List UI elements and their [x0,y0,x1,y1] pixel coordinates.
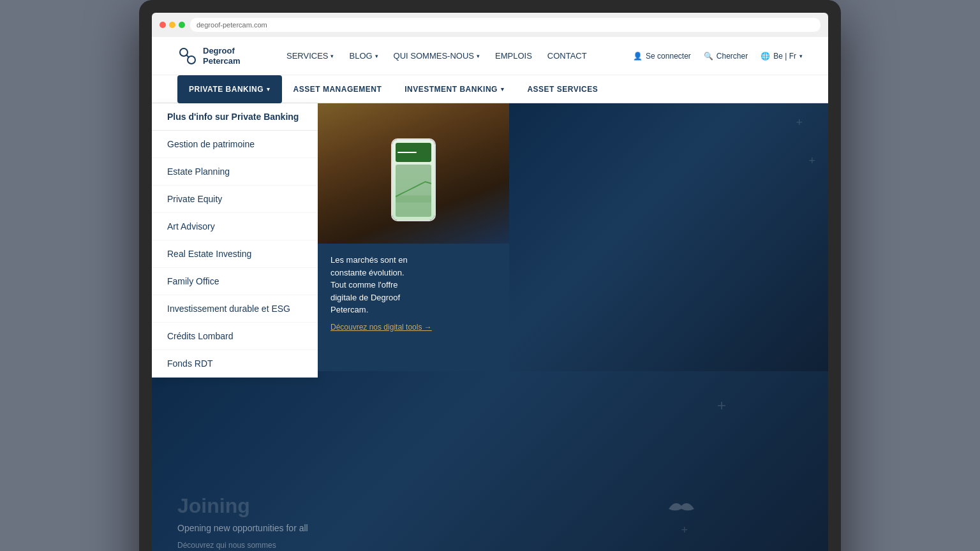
deco-plus-1: + [796,116,803,129]
nav-blog[interactable]: BLOG ▾ [349,51,378,61]
login-button[interactable]: 👤 Se connecter [633,52,691,61]
top-nav: Degroof Petercam SERVICES ▾ BLOG ▾ QUI S… [152,37,828,75]
bird-deco [662,496,701,524]
user-icon: 👤 [633,52,642,61]
logo[interactable]: Degroof Petercam [177,46,241,66]
sec-nav-investment-banking[interactable]: INVESTMENT BANKING ▾ [393,75,516,103]
svg-rect-3 [396,195,431,202]
deco-plus-2: + [808,154,815,168]
url-text: degroof-petercam.com [197,21,267,29]
nav-services[interactable]: SERVICES ▾ [286,51,334,61]
chevron-down-icon: ▾ [477,53,480,59]
dropdown-item-real-estate[interactable]: Real Estate Investing [152,240,318,268]
dropdown-item-gestion[interactable]: Gestion de patrimoine [152,131,318,158]
nav-contact[interactable]: CONTACT [547,51,587,61]
sec-nav-asset-services[interactable]: ASSET SERVICES [516,75,609,103]
phone-mockup [391,138,436,221]
logo-line2: Petercam [203,56,241,66]
deco-plus-4: + [681,524,688,537]
sec-nav-asset-management[interactable]: ASSET MANAGEMENT [282,75,394,103]
dropdown-area: Plus d'info sur Private Banking Gestion … [152,103,828,371]
dropdown-item-art-advisory[interactable]: Art Advisory [152,213,318,240]
chevron-down-icon: ▾ [267,86,271,92]
search-icon: 🔍 [704,52,713,61]
feature-panel-image [318,103,509,244]
hero-sub: Opening new opportunities for all [177,523,308,533]
nav-right: 👤 Se connecter 🔍 Chercher 🌐 Be | Fr ▾ [633,52,803,61]
site-wrapper: Degroof Petercam SERVICES ▾ BLOG ▾ QUI S… [152,37,828,551]
chevron-down-icon: ▾ [799,53,803,59]
sec-nav-private-banking[interactable]: PRIVATE BANKING ▾ [177,75,282,103]
dropdown-item-fonds[interactable]: Fonds RDT [152,350,318,378]
chevron-down-icon: ▾ [501,86,505,92]
hero-bg-partial: + + [509,103,828,371]
browser-dot-maximize[interactable] [179,22,185,28]
logo-line1: Degroof [203,46,241,56]
browser-address-bar[interactable]: degroof-petercam.com [190,18,820,32]
search-button[interactable]: 🔍 Chercher [704,52,748,61]
language-selector[interactable]: 🌐 Be | Fr ▾ [761,52,803,61]
secondary-nav: PRIVATE BANKING ▾ ASSET MANAGEMENT INVES… [152,75,828,103]
hero-title: Joining [177,494,308,518]
browser-dot-close[interactable] [160,22,166,28]
chevron-down-icon: ▾ [330,53,334,59]
nav-emplois[interactable]: EMPLOIS [495,51,532,61]
main-nav: SERVICES ▾ BLOG ▾ QUI SOMMES-NOUS ▾ EMPL… [286,51,587,61]
globe-icon: 🌐 [761,52,770,61]
dropdown-item-estate[interactable]: Estate Planning [152,158,318,186]
digital-tools-link[interactable]: Découvrez nos digital tools → [330,323,496,332]
feature-panel: Les marchés sont en constante évolution.… [318,103,509,371]
dropdown-item-credits[interactable]: Crédits Lombard [152,323,318,350]
hero-link[interactable]: Découvrez qui nous sommes [177,541,308,550]
dropdown-item-investissement[interactable]: Investissement durable et ESG [152,295,318,323]
browser-chrome: degroof-petercam.com [152,13,828,37]
feature-text: Les marchés sont en constante évolution.… [318,244,509,342]
hero-section: Joining Opening new opportunities for al… [152,371,828,551]
browser-dot-minimize[interactable] [169,22,175,28]
nav-qui-sommes-nous[interactable]: QUI SOMMES-NOUS ▾ [394,51,480,61]
chevron-down-icon: ▾ [375,53,378,59]
dropdown-menu: Plus d'info sur Private Banking Gestion … [152,103,318,378]
dropdown-item-private-equity[interactable]: Private Equity [152,186,318,213]
deco-plus-3: + [717,397,726,415]
dropdown-item-family-office[interactable]: Family Office [152,268,318,295]
dropdown-item-info[interactable]: Plus d'info sur Private Banking [152,103,318,131]
svg-line-2 [186,55,189,57]
